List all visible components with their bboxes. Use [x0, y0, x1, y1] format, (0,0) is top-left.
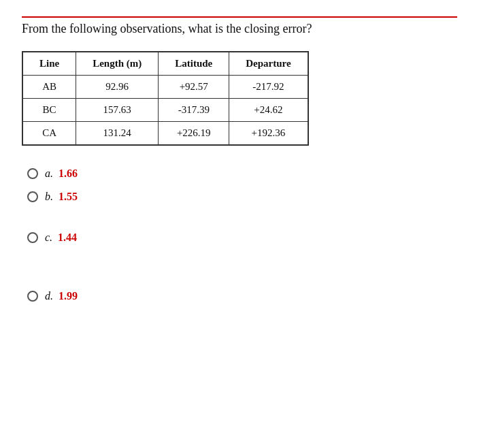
radio-c[interactable] — [27, 232, 38, 243]
table-row: AB92.96+92.57-217.92 — [22, 76, 308, 99]
cell-0-1: 92.96 — [76, 76, 159, 99]
option-a-label: a. 1.66 — [45, 167, 78, 180]
option-b-label: b. 1.55 — [45, 191, 78, 203]
options-section: a. 1.66 b. 1.55 c. 1.44 d. 1.99 — [27, 167, 457, 302]
table-row: BC157.63-317.39+24.62 — [22, 99, 308, 122]
option-d-value: 1.99 — [59, 290, 78, 302]
cell-2-2: +226.19 — [159, 122, 229, 146]
cell-1-1: 157.63 — [76, 99, 159, 122]
radio-a[interactable] — [27, 168, 38, 179]
option-a-letter: a. — [45, 167, 53, 179]
cell-0-0: AB — [22, 76, 76, 99]
cell-0-2: +92.57 — [159, 76, 229, 99]
cell-2-0: CA — [22, 122, 76, 146]
option-b-letter: b. — [45, 191, 53, 202]
option-a-value: 1.66 — [59, 167, 78, 179]
cell-2-3: +192.36 — [229, 122, 308, 146]
option-d-letter: d. — [45, 290, 53, 302]
col-header-departure: Departure — [229, 52, 308, 76]
option-d-label: d. 1.99 — [45, 290, 78, 302]
cell-1-3: +24.62 — [229, 99, 308, 122]
option-row-b: b. 1.55 — [27, 191, 457, 203]
table-row: CA131.24+226.19+192.36 — [22, 122, 308, 146]
radio-d[interactable] — [27, 291, 38, 302]
option-c-label: c. 1.44 — [45, 231, 77, 244]
col-header-length: Length (m) — [76, 52, 159, 76]
radio-b[interactable] — [27, 191, 38, 202]
option-row-a: a. 1.66 — [27, 167, 457, 180]
cell-0-3: -217.92 — [229, 76, 308, 99]
option-row-c: c. 1.44 — [27, 231, 457, 244]
cell-1-2: -317.39 — [159, 99, 229, 122]
option-c-value: 1.44 — [58, 231, 77, 243]
col-header-line: Line — [22, 52, 76, 76]
col-header-latitude: Latitude — [159, 52, 229, 76]
cell-2-1: 131.24 — [76, 122, 159, 146]
question-text: From the following observations, what is… — [22, 16, 457, 37]
option-row-d: d. 1.99 — [27, 290, 457, 302]
option-c-letter: c. — [45, 231, 52, 243]
option-b-value: 1.55 — [59, 191, 78, 202]
data-table: Line Length (m) Latitude Departure AB92.… — [22, 51, 309, 146]
cell-1-0: BC — [22, 99, 76, 122]
